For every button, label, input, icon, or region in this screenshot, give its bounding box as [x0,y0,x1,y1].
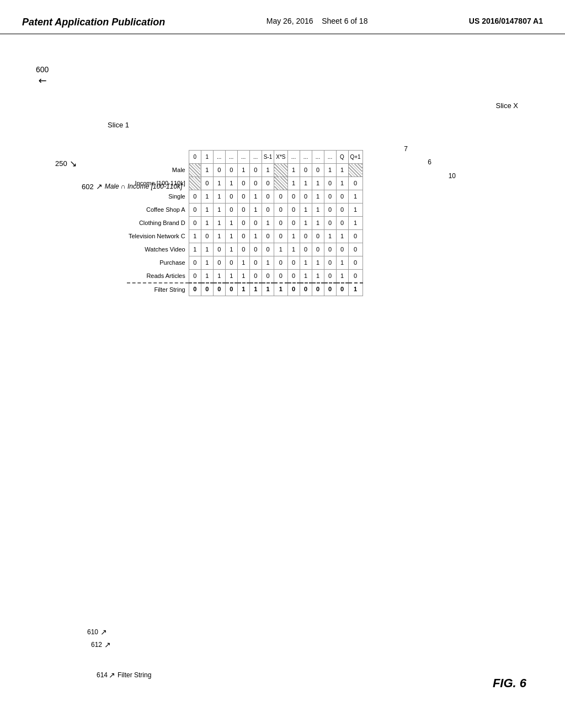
col-dots3: ... [237,151,249,164]
cell-0-3: 0 [225,164,237,177]
cell-8-9: 1 [300,270,312,283]
cell-0-7 [274,164,287,177]
cell-3-11: 0 [324,204,336,217]
data-table-container: 0 1 ... ... ... ... S-1 X*S ... ... ... … [99,95,554,296]
cell-8-0: 0 [189,270,201,283]
cell-8-8: 0 [287,270,300,283]
cell-9-4: 1 [237,283,249,296]
cell-0-6: 1 [262,164,274,177]
fig-text: FIG. 6 [493,676,526,690]
cell-7-0: 0 [189,256,201,270]
cell-1-2: 1 [213,177,225,190]
ref-610-arrow: ↗ [100,628,107,636]
cell-0-5: 0 [249,164,262,177]
cell-2-12: 0 [336,190,348,204]
publication-date: May 26, 2016 [266,17,313,25]
row-label-8: Reads Articles [127,270,189,283]
cell-5-13: 0 [348,230,363,243]
cell-4-4: 0 [237,217,249,230]
cell-1-5: 0 [249,177,262,190]
cell-7-6: 1 [262,256,274,270]
row-label-3: Coffee Shop A [127,204,189,217]
col-dots8: ... [324,151,336,164]
table-row: Purchase01001010011010 [127,256,363,270]
cell-4-6: 1 [262,217,274,230]
cell-8-1: 1 [201,270,213,283]
cell-6-12: 0 [336,243,348,256]
row-label-header [127,151,189,164]
cell-1-8: 1 [287,177,300,190]
cell-5-11: 1 [324,230,336,243]
cell-8-2: 1 [213,270,225,283]
figure-label: FIG. 6 [493,676,526,690]
cell-0-2: 0 [213,164,225,177]
cell-6-3: 1 [225,243,237,256]
page-header: Patent Application Publication May 26, 2… [0,0,565,34]
cell-0-1: 1 [201,164,213,177]
cell-7-4: 1 [237,256,249,270]
row-label-6: Watches Video [127,243,189,256]
cell-5-1: 0 [201,230,213,243]
cell-9-12: 0 [336,283,348,296]
row-label-1: Income [100-110k] [127,177,189,190]
ref-602-label: 602 [82,183,94,191]
ref-614-label: 614 [97,671,108,679]
table-row: Clothing Brand D01110010011001 [127,217,363,230]
cell-5-5: 1 [249,230,262,243]
cell-5-6: 0 [262,230,274,243]
filter-string-label: Filter String [118,671,151,679]
cell-6-6: 0 [262,243,274,256]
cell-8-6: 0 [262,270,274,283]
table-row: Filter String00001111000001 [127,283,363,296]
cell-1-6: 0 [262,177,274,190]
cell-2-11: 0 [324,190,336,204]
table-header-row: 0 1 ... ... ... ... S-1 X*S ... ... ... … [127,151,363,164]
sheet-info: Sheet 6 of 18 [322,17,367,25]
ref-250-arrow: ↘ [70,158,77,169]
cell-5-8: 1 [287,230,300,243]
col-dots5: ... [287,151,300,164]
ref-600-arrow: ↙ [35,73,50,88]
cell-8-5: 0 [249,270,262,283]
col-dots6: ... [300,151,312,164]
cell-1-1: 0 [201,177,213,190]
cell-4-10: 1 [312,217,324,230]
cell-4-2: 1 [213,217,225,230]
cell-6-0: 1 [189,243,201,256]
table-row: Coffee Shop A01100100011001 [127,204,363,217]
cell-0-4: 1 [237,164,249,177]
cell-5-12: 1 [336,230,348,243]
cell-7-3: 0 [225,256,237,270]
cell-4-11: 0 [324,217,336,230]
cell-6-8: 1 [287,243,300,256]
cell-5-10: 0 [312,230,324,243]
main-content: 600 ↙ Slice 1 Slice X 250 ↘ 602 ↗ Male ∩… [0,34,565,718]
cell-8-12: 1 [336,270,348,283]
cell-6-13: 0 [348,243,363,256]
col-dots1: ... [213,151,225,164]
cell-4-1: 1 [201,217,213,230]
cell-3-7: 0 [274,204,287,217]
cell-5-3: 1 [225,230,237,243]
cell-5-0: 1 [189,230,201,243]
cell-0-0 [189,164,201,177]
cell-8-4: 1 [237,270,249,283]
cell-7-9: 1 [300,256,312,270]
table-row: Reads Articles01111000011010 [127,270,363,283]
cell-1-3: 1 [225,177,237,190]
cell-2-1: 1 [201,190,213,204]
cell-2-13: 1 [348,190,363,204]
publication-title: Patent Application Publication [22,17,165,28]
header-center: May 26, 2016 Sheet 6 of 18 [266,17,368,25]
table-row: Watches Video11010001100000 [127,243,363,256]
table-row: Income [100-110k]011000111010 [127,177,363,190]
cell-6-1: 1 [201,243,213,256]
col-1: 1 [201,151,213,164]
cell-3-12: 0 [336,204,348,217]
row-label-4: Clothing Brand D [127,217,189,230]
cell-2-10: 1 [312,190,324,204]
cell-4-9: 1 [300,217,312,230]
cell-7-13: 0 [348,256,363,270]
cell-0-12: 1 [336,164,348,177]
ref-610-label: 610 [87,628,98,636]
